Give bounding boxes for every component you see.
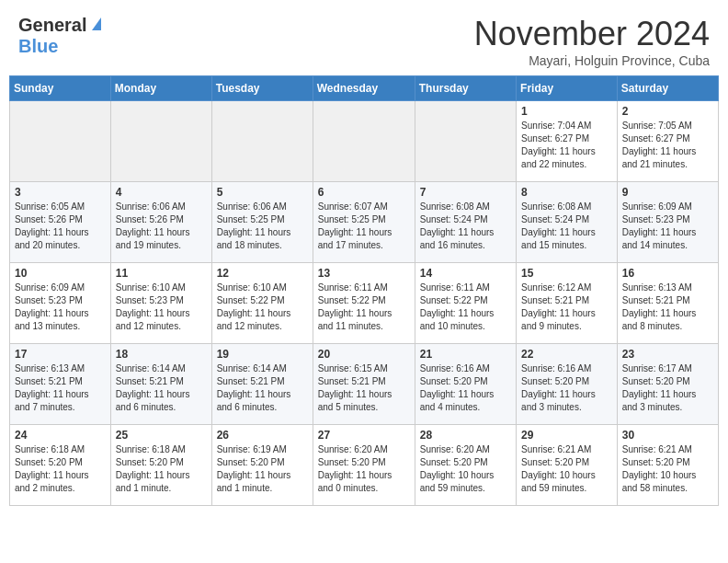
table-row: 18Sunrise: 6:14 AM Sunset: 5:21 PM Dayli… — [110, 344, 211, 425]
day-info: Sunrise: 6:12 AM Sunset: 5:21 PM Dayligh… — [521, 282, 612, 333]
day-number: 12 — [217, 267, 308, 280]
day-info: Sunrise: 6:20 AM Sunset: 5:20 PM Dayligh… — [420, 443, 511, 495]
table-row: 27Sunrise: 6:20 AM Sunset: 5:20 PM Dayli… — [313, 425, 415, 506]
table-row: 30Sunrise: 6:21 AM Sunset: 5:20 PM Dayli… — [617, 425, 718, 506]
table-row: 12Sunrise: 6:10 AM Sunset: 5:22 PM Dayli… — [211, 263, 313, 344]
day-number: 24 — [15, 429, 106, 442]
table-row: 1Sunrise: 7:04 AM Sunset: 6:27 PM Daylig… — [517, 101, 618, 182]
table-row: 11Sunrise: 6:10 AM Sunset: 5:23 PM Dayli… — [110, 263, 211, 344]
table-row: 3Sunrise: 6:05 AM Sunset: 5:26 PM Daylig… — [10, 182, 111, 263]
table-row: 13Sunrise: 6:11 AM Sunset: 5:22 PM Dayli… — [313, 263, 415, 344]
table-row: 7Sunrise: 6:08 AM Sunset: 5:24 PM Daylig… — [415, 182, 516, 263]
table-row: 19Sunrise: 6:14 AM Sunset: 5:21 PM Dayli… — [211, 344, 313, 425]
table-row: 5Sunrise: 6:06 AM Sunset: 5:25 PM Daylig… — [211, 182, 313, 263]
day-number: 23 — [622, 348, 713, 361]
calendar-table: Sunday Monday Tuesday Wednesday Thursday… — [9, 75, 719, 506]
day-number: 22 — [521, 348, 612, 361]
location-subtitle: Mayari, Holguin Province, Cuba — [474, 53, 710, 68]
day-info: Sunrise: 6:06 AM Sunset: 5:26 PM Dayligh… — [116, 201, 207, 252]
day-number: 3 — [15, 186, 106, 199]
day-number: 4 — [116, 186, 207, 199]
day-number: 18 — [116, 348, 207, 361]
table-row: 6Sunrise: 6:07 AM Sunset: 5:25 PM Daylig… — [313, 182, 415, 263]
table-row: 28Sunrise: 6:20 AM Sunset: 5:20 PM Dayli… — [415, 425, 516, 506]
table-row — [211, 101, 313, 182]
day-info: Sunrise: 6:18 AM Sunset: 5:20 PM Dayligh… — [15, 443, 106, 495]
logo: General Blue — [18, 15, 105, 57]
header-friday: Friday — [517, 76, 618, 101]
header-wednesday: Wednesday — [313, 76, 415, 101]
table-row: 21Sunrise: 6:16 AM Sunset: 5:20 PM Dayli… — [415, 344, 516, 425]
day-info: Sunrise: 6:11 AM Sunset: 5:22 PM Dayligh… — [420, 282, 511, 333]
table-row: 17Sunrise: 6:13 AM Sunset: 5:21 PM Dayli… — [10, 344, 111, 425]
day-number: 30 — [622, 429, 713, 442]
logo-triangle-icon — [88, 16, 105, 32]
table-row: 15Sunrise: 6:12 AM Sunset: 5:21 PM Dayli… — [517, 263, 618, 344]
day-info: Sunrise: 6:16 AM Sunset: 5:20 PM Dayligh… — [521, 362, 612, 414]
calendar-header-row: Sunday Monday Tuesday Wednesday Thursday… — [10, 76, 719, 101]
day-info: Sunrise: 6:18 AM Sunset: 5:20 PM Dayligh… — [116, 443, 207, 495]
day-info: Sunrise: 6:14 AM Sunset: 5:21 PM Dayligh… — [217, 362, 308, 414]
day-number: 1 — [521, 105, 612, 118]
table-row — [313, 101, 415, 182]
table-row: 23Sunrise: 6:17 AM Sunset: 5:20 PM Dayli… — [617, 344, 718, 425]
calendar-week-row: 24Sunrise: 6:18 AM Sunset: 5:20 PM Dayli… — [10, 425, 719, 506]
day-number: 21 — [420, 348, 511, 361]
day-info: Sunrise: 6:09 AM Sunset: 5:23 PM Dayligh… — [15, 282, 106, 333]
table-row: 9Sunrise: 6:09 AM Sunset: 5:23 PM Daylig… — [617, 182, 718, 263]
day-number: 16 — [622, 267, 713, 280]
day-info: Sunrise: 6:20 AM Sunset: 5:20 PM Dayligh… — [318, 443, 410, 495]
day-number: 26 — [217, 429, 308, 442]
table-row: 10Sunrise: 6:09 AM Sunset: 5:23 PM Dayli… — [10, 263, 111, 344]
calendar-wrapper: Sunday Monday Tuesday Wednesday Thursday… — [0, 75, 728, 515]
table-row: 8Sunrise: 6:08 AM Sunset: 5:24 PM Daylig… — [517, 182, 618, 263]
day-number: 2 — [622, 105, 713, 118]
table-row: 25Sunrise: 6:18 AM Sunset: 5:20 PM Dayli… — [110, 425, 211, 506]
table-row: 20Sunrise: 6:15 AM Sunset: 5:21 PM Dayli… — [313, 344, 415, 425]
header-tuesday: Tuesday — [211, 76, 313, 101]
day-info: Sunrise: 6:21 AM Sunset: 5:20 PM Dayligh… — [622, 443, 713, 495]
day-info: Sunrise: 6:05 AM Sunset: 5:26 PM Dayligh… — [15, 201, 106, 252]
day-info: Sunrise: 7:04 AM Sunset: 6:27 PM Dayligh… — [521, 120, 612, 171]
page-header: General Blue November 2024 Mayari, Holgu… — [0, 0, 728, 75]
day-number: 19 — [217, 348, 308, 361]
day-number: 28 — [420, 429, 511, 442]
header-saturday: Saturday — [617, 76, 718, 101]
logo-general-text: General — [18, 15, 86, 36]
day-number: 5 — [217, 186, 308, 199]
day-info: Sunrise: 6:10 AM Sunset: 5:22 PM Dayligh… — [217, 282, 308, 333]
day-number: 20 — [318, 348, 410, 361]
table-row: 4Sunrise: 6:06 AM Sunset: 5:26 PM Daylig… — [110, 182, 211, 263]
table-row: 24Sunrise: 6:18 AM Sunset: 5:20 PM Dayli… — [10, 425, 111, 506]
day-info: Sunrise: 6:09 AM Sunset: 5:23 PM Dayligh… — [622, 201, 713, 252]
day-info: Sunrise: 6:10 AM Sunset: 5:23 PM Dayligh… — [116, 282, 207, 333]
table-row — [415, 101, 516, 182]
day-info: Sunrise: 6:11 AM Sunset: 5:22 PM Dayligh… — [318, 282, 410, 333]
table-row — [110, 101, 211, 182]
day-info: Sunrise: 6:14 AM Sunset: 5:21 PM Dayligh… — [116, 362, 207, 414]
day-info: Sunrise: 6:06 AM Sunset: 5:25 PM Dayligh… — [217, 201, 308, 252]
day-number: 25 — [116, 429, 207, 442]
day-info: Sunrise: 6:08 AM Sunset: 5:24 PM Dayligh… — [521, 201, 612, 252]
header-monday: Monday — [110, 76, 211, 101]
day-number: 10 — [15, 267, 106, 280]
day-info: Sunrise: 6:16 AM Sunset: 5:20 PM Dayligh… — [420, 362, 511, 414]
table-row: 29Sunrise: 6:21 AM Sunset: 5:20 PM Dayli… — [517, 425, 618, 506]
day-info: Sunrise: 6:15 AM Sunset: 5:21 PM Dayligh… — [318, 362, 410, 414]
day-number: 29 — [521, 429, 612, 442]
day-info: Sunrise: 6:13 AM Sunset: 5:21 PM Dayligh… — [15, 362, 106, 414]
day-number: 27 — [318, 429, 410, 442]
day-number: 13 — [318, 267, 410, 280]
title-area: November 2024 Mayari, Holguin Province, … — [474, 15, 710, 68]
calendar-week-row: 3Sunrise: 6:05 AM Sunset: 5:26 PM Daylig… — [10, 182, 719, 263]
day-info: Sunrise: 7:05 AM Sunset: 6:27 PM Dayligh… — [622, 120, 713, 171]
day-info: Sunrise: 6:08 AM Sunset: 5:24 PM Dayligh… — [420, 201, 511, 252]
day-number: 8 — [521, 186, 612, 199]
day-number: 7 — [420, 186, 511, 199]
day-info: Sunrise: 6:13 AM Sunset: 5:21 PM Dayligh… — [622, 282, 713, 333]
calendar-week-row: 10Sunrise: 6:09 AM Sunset: 5:23 PM Dayli… — [10, 263, 719, 344]
table-row: 2Sunrise: 7:05 AM Sunset: 6:27 PM Daylig… — [617, 101, 718, 182]
table-row — [10, 101, 111, 182]
header-sunday: Sunday — [10, 76, 111, 101]
day-number: 9 — [622, 186, 713, 199]
